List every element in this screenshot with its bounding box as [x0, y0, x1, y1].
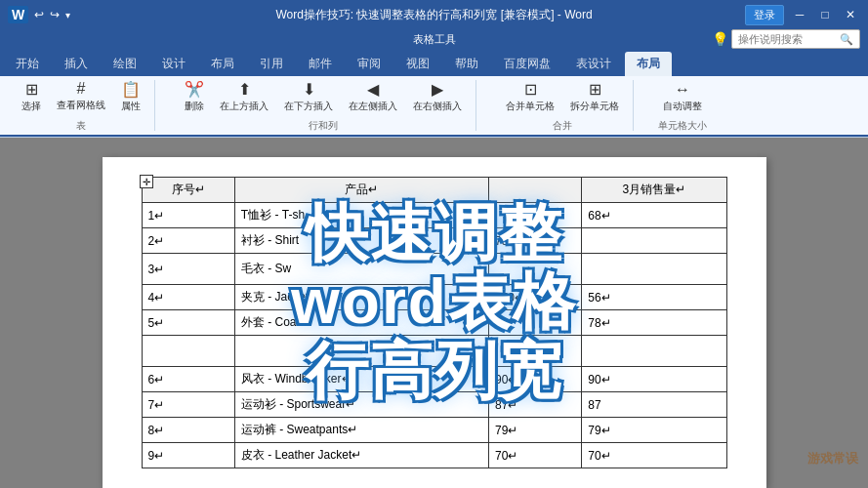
- table-handle[interactable]: ✛: [140, 175, 153, 188]
- ribbon-content: ⊞选择 #查看网格线 📋属性 表 ✂️删除 ⬆在上方插入 ⬇在下方插入 ◀在左侧…: [0, 76, 868, 137]
- tab-insert[interactable]: 插入: [53, 52, 100, 76]
- split-cells-btn[interactable]: ⊞拆分单元格: [564, 78, 625, 115]
- table-tools-label: 表格工具: [384, 32, 485, 47]
- ribbon: 开始 插入 绘图 设计 布局 引用 邮件 审阅 视图 帮助 百度网盘 表设计 布…: [0, 49, 868, 138]
- cell-product: 运动衫 - Sportswear↵: [234, 392, 488, 418]
- tab-home[interactable]: 开始: [4, 52, 51, 76]
- rows-cols-label: 行和列: [309, 119, 338, 133]
- cell-product: 运动裤 - Sweatpants↵: [234, 418, 488, 443]
- cell-product: 风衣 - Windbreaker↵: [234, 367, 488, 392]
- minimize-btn[interactable]: ─: [790, 5, 809, 24]
- cell-num: 4↵: [142, 285, 234, 310]
- properties-btn[interactable]: 📋属性: [115, 78, 146, 115]
- rows-cols-group: ✂️删除 ⬆在上方插入 ⬇在下方插入 ◀在左侧插入 ▶在右侧插入 行和列: [171, 80, 476, 131]
- cell-num: 7↵: [142, 392, 234, 418]
- cell-num: 9↵: [142, 443, 234, 468]
- delete-btn[interactable]: ✂️删除: [179, 78, 210, 115]
- insert-left-btn[interactable]: ◀在左侧插入: [343, 78, 403, 115]
- table-row: 6↵ 风衣 - Windbreaker↵ 90↵ 90↵: [142, 367, 726, 392]
- table-row: 1↵ T恤衫 - T-sh 68↵: [142, 203, 726, 228]
- cell-sales: 87: [582, 392, 726, 418]
- table-buttons: ⊞选择 #查看网格线 📋属性: [16, 78, 146, 115]
- insert-above-btn[interactable]: ⬆在上方插入: [214, 78, 274, 115]
- redo-btn[interactable]: ↪: [50, 8, 60, 21]
- cell-col3: 78↵: [488, 228, 581, 254]
- cell-product: 夹克 - Jacket: [234, 285, 488, 310]
- cell-sales: [582, 228, 726, 254]
- document-area: ✛ 序号↵ 产品↵ 3月销售量↵ 1↵ T恤衫 - T-sh 68↵: [0, 138, 868, 488]
- cell-col3: 90↵: [488, 367, 581, 392]
- search-area: 💡 🔍: [712, 29, 860, 51]
- table-header-row: 序号↵ 产品↵ 3月销售量↵: [142, 178, 726, 203]
- cell-product: 皮衣 - Leather Jacket↵: [234, 443, 488, 468]
- table-row: 8↵ 运动裤 - Sweatpants↵ 79↵ 79↵: [142, 418, 726, 443]
- cellsize-group: ↔自动调整 单元格大小: [649, 80, 716, 131]
- lightbulb-icon: 💡: [712, 31, 728, 47]
- rows-cols-buttons: ✂️删除 ⬆在上方插入 ⬇在下方插入 ◀在左侧插入 ▶在右侧插入: [179, 78, 468, 115]
- customize-btn[interactable]: ▾: [65, 10, 70, 20]
- tab-review[interactable]: 审阅: [346, 52, 393, 76]
- cell-col3: [488, 203, 581, 228]
- cell-product: 毛衣 - Sw: [234, 254, 488, 285]
- tab-baidu[interactable]: 百度网盘: [492, 52, 562, 76]
- gridlines-btn[interactable]: #查看网格线: [51, 78, 111, 115]
- table-row: [142, 336, 726, 367]
- insert-right-btn[interactable]: ▶在右侧插入: [407, 78, 468, 115]
- table-row: 4↵ 夹克 - Jacket 150↵ 56↵: [142, 285, 726, 310]
- header-num: 序号↵: [142, 178, 234, 203]
- cell-num: 3↵: [142, 254, 234, 285]
- header-col3: [488, 178, 581, 203]
- tab-view[interactable]: 视图: [394, 52, 441, 76]
- table-row: 9↵ 皮衣 - Leather Jacket↵ 70↵ 70↵: [142, 443, 726, 468]
- cellsize-label: 单元格大小: [658, 119, 707, 133]
- cell-sales: [582, 254, 726, 285]
- cell-sales: 90↵: [582, 367, 726, 392]
- tab-draw[interactable]: 绘图: [102, 52, 148, 76]
- table-group: ⊞选择 #查看网格线 📋属性 表: [8, 80, 155, 131]
- cell-num: 1↵: [142, 203, 234, 228]
- title-left: W ↩ ↪ ▾: [8, 6, 70, 23]
- tab-help[interactable]: 帮助: [443, 52, 490, 76]
- merge-group: ⊡合并单元格 ⊞拆分单元格 合并: [492, 80, 634, 131]
- cell-num: 2↵: [142, 228, 234, 254]
- search-input[interactable]: [738, 33, 836, 45]
- table-group-label: 表: [76, 119, 86, 133]
- select-btn[interactable]: ⊞选择: [16, 78, 47, 115]
- tab-references[interactable]: 引用: [248, 52, 295, 76]
- table-body: 1↵ T恤衫 - T-sh 68↵ 2↵ 衬衫 - Shirt 78↵ 3↵ 毛…: [142, 203, 726, 468]
- cell-col3: 70↵: [488, 443, 581, 468]
- header-product: 产品↵: [234, 178, 488, 203]
- cell-col3: 79↵: [488, 418, 581, 443]
- tab-table-layout[interactable]: 布局: [625, 52, 672, 76]
- title-right: 登录 ─ □ ✕: [745, 5, 860, 25]
- tab-mailings[interactable]: 邮件: [297, 52, 344, 76]
- cell-sales: 68↵: [582, 203, 726, 228]
- word-icon: W: [8, 6, 28, 23]
- ribbon-tabs: 开始 插入 绘图 设计 布局 引用 邮件 审阅 视图 帮助 百度网盘 表设计 布…: [0, 49, 868, 76]
- tab-layout[interactable]: 布局: [199, 52, 246, 76]
- cell-sales: 78↵: [582, 310, 726, 336]
- merge-buttons: ⊡合并单元格 ⊞拆分单元格: [500, 78, 625, 115]
- search-box: 🔍: [731, 29, 860, 49]
- table-row: 3↵ 毛衣 - Sw: [142, 254, 726, 285]
- tab-design[interactable]: 设计: [150, 52, 197, 76]
- header-sales: 3月销售量↵: [582, 178, 726, 203]
- login-button[interactable]: 登录: [745, 5, 784, 25]
- page: ✛ 序号↵ 产品↵ 3月销售量↵ 1↵ T恤衫 - T-sh 68↵: [103, 157, 766, 488]
- undo-btn[interactable]: ↩: [34, 8, 44, 21]
- window-title: Word操作技巧: 快速调整表格的行高和列宽 [兼容模式] - Word: [275, 7, 592, 23]
- restore-btn[interactable]: □: [815, 5, 835, 24]
- cell-sales: 70↵: [582, 443, 726, 468]
- insert-below-btn[interactable]: ⬇在下方插入: [278, 78, 339, 115]
- tab-table-design[interactable]: 表设计: [564, 52, 623, 76]
- table-row: 2↵ 衬衫 - Shirt 78↵: [142, 228, 726, 254]
- merge-cells-btn[interactable]: ⊡合并单元格: [500, 78, 560, 115]
- cell-col3: [488, 254, 581, 285]
- merge-label: 合并: [553, 119, 572, 133]
- table-row: 7↵ 运动衫 - Sportswear↵ 87↵ 87: [142, 392, 726, 418]
- cell-product: T恤衫 - T-sh: [234, 203, 488, 228]
- close-btn[interactable]: ✕: [841, 5, 860, 24]
- cell-col3: [488, 310, 581, 336]
- cell-num: 8↵: [142, 418, 234, 443]
- autofit-btn[interactable]: ↔自动调整: [657, 79, 708, 115]
